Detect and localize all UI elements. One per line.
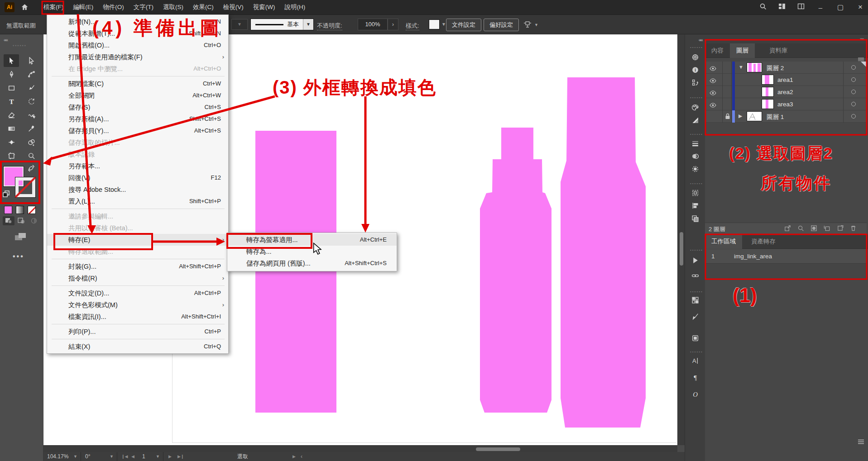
align-artboard-icon[interactable] [523, 20, 532, 30]
stroke-style-dropdown[interactable]: 基本 ▼ [250, 19, 314, 30]
pen-tool[interactable] [4, 68, 19, 81]
rotation-value[interactable]: 0° [85, 453, 90, 460]
edit-toolbar-icon[interactable]: ••• [13, 252, 24, 261]
shaper-tool[interactable] [24, 109, 39, 121]
dock-grip[interactable]: •••••• [690, 290, 703, 294]
color-icon[interactable] [685, 104, 705, 113]
artboard-dropdown-icon[interactable]: ▼ [156, 453, 160, 460]
draw-behind-mode[interactable] [15, 216, 27, 225]
new-layer-icon[interactable] [837, 225, 844, 233]
type-tool[interactable]: T [4, 95, 19, 108]
menubar-item[interactable]: 物件(O) [103, 3, 124, 11]
shape-options-icon[interactable] [14, 232, 27, 243]
zoom-level[interactable]: 104.17% [47, 453, 68, 460]
layer-thumbnail[interactable] [747, 62, 762, 72]
file-menu-item[interactable]: 回復(V)F12 [47, 172, 228, 184]
status-expand-icon[interactable]: ‹ [301, 453, 302, 460]
chevron-right-icon[interactable]: ▶ [739, 113, 742, 119]
style-dropdown-icon[interactable]: ▼ [441, 22, 446, 27]
direct-selection-tool[interactable] [24, 54, 39, 67]
symbols-icon[interactable] [685, 296, 705, 305]
pathfinder-icon[interactable] [685, 215, 705, 224]
brushes-icon[interactable] [685, 313, 705, 322]
file-menu-item[interactable]: 從範本新增(T)...Shift+Ctrl+N [47, 28, 228, 39]
search-icon[interactable] [759, 3, 767, 12]
workspace-grid-icon[interactable] [778, 3, 786, 12]
layer-thumbnail[interactable] [762, 75, 774, 85]
layer-name[interactable]: 圖層 1 [767, 113, 784, 121]
default-swatches-icon[interactable] [2, 190, 10, 200]
file-menu-item[interactable]: 新增(N)...Ctrl+N [47, 16, 228, 28]
swatches-icon[interactable] [685, 334, 705, 343]
minimize-button[interactable]: – [816, 4, 825, 11]
artboard-number-field[interactable]: 1 [142, 453, 145, 460]
rotate-tool[interactable] [24, 95, 39, 108]
color-guide-icon[interactable] [685, 116, 705, 125]
style-label[interactable]: 樣式: [406, 22, 419, 30]
target-circle-icon[interactable] [851, 90, 856, 94]
file-menu-item[interactable]: 指令檔(R)› [47, 272, 228, 284]
file-menu-item[interactable]: 文件設定(D)...Alt+Ctrl+P [47, 287, 228, 299]
file-menu-item[interactable]: 檔案資訊(I)...Alt+Shift+Ctrl+I [47, 311, 228, 323]
horizontal-scroll-thumb[interactable] [476, 447, 520, 451]
layer-row[interactable]: area1 [705, 74, 867, 86]
eraser-tool[interactable] [4, 109, 19, 121]
eyedropper-tool[interactable] [24, 122, 39, 135]
rotation-dropdown-icon[interactable]: ▼ [110, 453, 114, 460]
curvature-tool[interactable] [24, 68, 39, 81]
layer-row[interactable]: ▶圖層 1 [705, 110, 867, 123]
file-menu-item[interactable]: 儲存(S)Ctrl+S [47, 101, 228, 113]
transparency-icon[interactable] [685, 152, 705, 162]
menubar-item[interactable]: 效果(C) [193, 3, 214, 11]
style-swatch[interactable] [429, 19, 440, 29]
tab-layers[interactable]: 圖層 [730, 43, 755, 58]
chevron-down-icon[interactable]: ▼ [739, 64, 743, 70]
expand-dock-icon[interactable]: «« [699, 37, 702, 43]
stroke-icon[interactable] [685, 140, 705, 149]
color-mode-gradient[interactable] [16, 206, 24, 214]
target-circle-icon[interactable] [851, 102, 856, 106]
app-logo[interactable]: Ai [5, 2, 14, 12]
export-submenu-item[interactable]: 轉存為... [227, 246, 397, 257]
stroke-dropdown-icon[interactable]: ▼ [303, 19, 313, 30]
color-mode-fill[interactable] [5, 206, 12, 214]
dock-grip[interactable]: •••••• [690, 95, 703, 100]
layer-thumbnail[interactable] [762, 99, 774, 109]
tab-properties[interactable]: 內容 [705, 43, 730, 58]
layer-thumbnail[interactable] [762, 87, 774, 97]
tab-artboards[interactable]: 工作區域 [705, 234, 742, 249]
character-icon[interactable]: A [685, 357, 705, 366]
history-icon[interactable] [685, 79, 705, 88]
opentype-icon[interactable]: O [685, 390, 705, 399]
stroke-color-swatch[interactable] [15, 177, 35, 197]
file-menu-item[interactable]: 封裝(G)...Alt+Shift+Ctrl+P [47, 261, 228, 272]
links-icon[interactable] [685, 272, 705, 281]
file-menu-item[interactable]: 全部關閉Alt+Ctrl+W [47, 90, 228, 101]
layer-row[interactable]: area3 [705, 98, 867, 110]
align-dropdown-icon[interactable]: ▼ [534, 23, 538, 27]
close-button[interactable]: × [856, 3, 864, 12]
layer-row[interactable]: ▼圖層 2 [705, 62, 867, 74]
file-menu-item[interactable]: 搜尋 Adobe Stock... [47, 184, 228, 195]
file-menu-item[interactable]: 打開最近使用過的檔案(F)› [47, 51, 228, 63]
export-submenu-item[interactable]: 轉存為螢幕適用...Alt+Ctrl+E [227, 234, 397, 246]
visibility-eye-icon[interactable] [710, 89, 716, 97]
maximize-button[interactable]: ▢ [836, 3, 844, 11]
rectangle-tool[interactable] [4, 81, 19, 94]
layer-thumbnail[interactable] [747, 111, 762, 121]
file-menu-item[interactable]: 置入(L)...Shift+Ctrl+P [47, 195, 228, 207]
file-menu-item[interactable]: 結束(X)Ctrl+Q [47, 341, 228, 352]
layer-name[interactable]: 圖層 2 [767, 64, 784, 72]
last-artboard-button[interactable]: ▶❙ [177, 453, 184, 460]
prev-artboard-button[interactable]: ◀ [131, 453, 134, 460]
vertical-scrollbar[interactable] [677, 34, 685, 445]
zoom-tool[interactable] [24, 149, 39, 162]
first-artboard-button[interactable]: ❙◀ [121, 453, 128, 460]
arrange-windows-icon[interactable] [797, 3, 805, 12]
collapse-tools-icon[interactable]: «« [4, 37, 7, 43]
appearance-icon[interactable] [685, 165, 705, 174]
visibility-eye-icon[interactable] [710, 77, 716, 85]
file-menu-item[interactable]: 轉存(E)› [47, 234, 228, 246]
export-submenu-item[interactable]: 儲存為網頁用 (舊版)...Alt+Shift+Ctrl+S [227, 257, 397, 269]
file-menu-item[interactable]: 關閉檔案(C)Ctrl+W [47, 78, 228, 90]
